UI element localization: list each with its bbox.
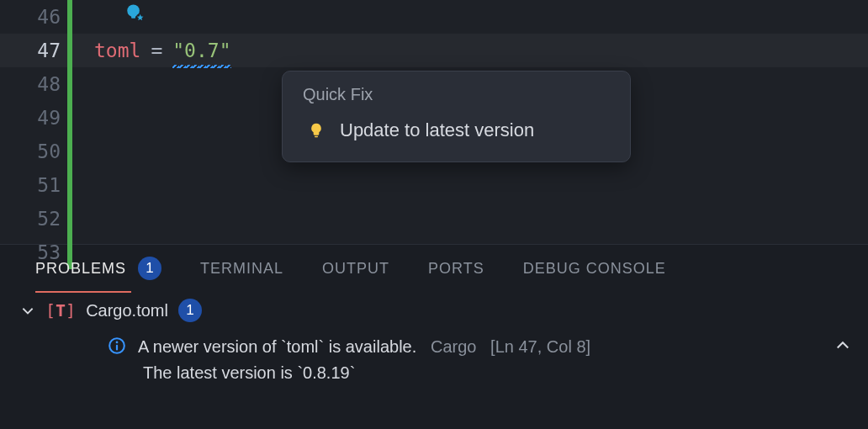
quick-fix-title: Quick Fix bbox=[303, 85, 610, 104]
svg-rect-1 bbox=[131, 15, 135, 18]
problem-source: Cargo bbox=[431, 337, 476, 356]
line-number: 52 bbox=[0, 202, 67, 236]
line-number: 50 bbox=[0, 135, 67, 168]
line-number: 49 bbox=[0, 101, 67, 135]
lightbulb-hint-icon[interactable] bbox=[124, 2, 146, 25]
line-number: 47 bbox=[0, 34, 67, 67]
problem-location: [Ln 47, Col 8] bbox=[490, 337, 590, 356]
svg-rect-6 bbox=[116, 345, 118, 351]
toml-key: toml bbox=[94, 34, 140, 67]
chevron-down-icon bbox=[20, 303, 35, 318]
problem-detail: The latest version is `0.8.19` bbox=[0, 362, 868, 383]
line-number: 46 bbox=[0, 0, 67, 34]
tab-problems[interactable]: PROBLEMS bbox=[35, 260, 126, 278]
svg-rect-3 bbox=[315, 136, 318, 138]
problem-row[interactable]: A newer version of `toml` is available. … bbox=[0, 327, 868, 362]
active-line[interactable]: 47 toml = "0.7" bbox=[0, 34, 868, 67]
info-icon bbox=[108, 336, 126, 362]
quick-fix-item[interactable]: Update to latest version bbox=[303, 116, 610, 145]
line-number: 51 bbox=[0, 168, 67, 202]
file-problem-badge: 1 bbox=[178, 299, 202, 322]
active-tab-underline bbox=[35, 291, 131, 293]
svg-point-5 bbox=[116, 342, 119, 344]
problem-message: A newer version of `toml` is available. bbox=[138, 337, 416, 356]
problems-badge: 1 bbox=[138, 257, 161, 280]
toml-op: = bbox=[142, 34, 171, 67]
quick-fix-label: Update to latest version bbox=[340, 119, 534, 141]
file-name: Cargo.toml bbox=[86, 301, 168, 320]
toml-value[interactable]: "0.7" bbox=[172, 34, 230, 67]
lightbulb-icon bbox=[308, 122, 325, 139]
bottom-panel: PROBLEMS 1 TERMINAL OUTPUT PORTS DEBUG C… bbox=[0, 244, 868, 429]
chevron-up-icon[interactable] bbox=[834, 336, 851, 361]
problem-file-row[interactable]: [T] Cargo.toml 1 bbox=[0, 292, 868, 327]
file-type-icon: [T] bbox=[45, 300, 76, 320]
info-squiggle bbox=[172, 65, 230, 68]
quick-fix-popup: Quick Fix Update to latest version bbox=[282, 71, 631, 162]
line-number: 48 bbox=[0, 67, 67, 101]
code-editor[interactable]: 46 47 toml = "0.7" 48 49 50 51 52 53 bbox=[0, 0, 868, 244]
